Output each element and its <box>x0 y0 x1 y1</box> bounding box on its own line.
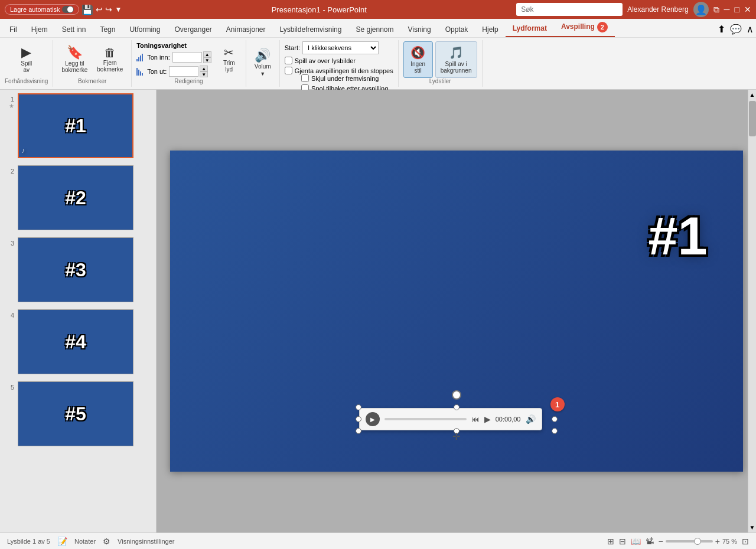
tab-avspilling[interactable]: Avspilling2 <box>554 18 615 37</box>
slide-item-1[interactable]: 1 ★ #1 ♪ <box>0 90 156 162</box>
tab-tegn[interactable]: Tegn <box>93 22 122 37</box>
cb-gjenta-input[interactable] <box>285 67 292 74</box>
visning-label[interactable]: Visningsinnstillinger <box>118 538 174 545</box>
restore-window-icon[interactable]: ⧉ <box>713 5 719 15</box>
svg-rect-0 <box>136 59 138 61</box>
ton-ut-down[interactable]: ▼ <box>200 71 208 77</box>
zoom-out-icon[interactable]: − <box>659 537 663 546</box>
slide-item-2[interactable]: 2 #2 <box>0 162 156 234</box>
tab-lysbildefremvisning[interactable]: Lysbildefremvisning <box>273 22 349 37</box>
tab-sett-inn[interactable]: Sett inn <box>55 22 93 37</box>
spill-av-button[interactable]: ▶ Spillav <box>15 44 38 76</box>
reading-view-icon[interactable]: 📖 <box>631 537 641 546</box>
slide-thumb-4[interactable]: #4 <box>18 309 133 374</box>
zoom-in-icon[interactable]: + <box>715 537 720 546</box>
cb-skjul-input[interactable] <box>301 74 309 82</box>
search-input[interactable] <box>516 3 623 16</box>
notes-label[interactable]: Notater <box>74 538 96 545</box>
tab-visning[interactable]: Visning <box>401 22 438 37</box>
slide-thumb-2[interactable]: #2 <box>18 165 133 230</box>
audio-volume-icon[interactable]: 🔊 <box>526 414 536 424</box>
ton-inn-value[interactable]: 00,00 <box>172 52 202 63</box>
notes-icon[interactable]: 📝 <box>57 537 67 546</box>
redo-icon[interactable]: ↪ <box>105 5 112 14</box>
zoom-slider[interactable] <box>666 540 713 543</box>
rotation-handle[interactable] <box>452 390 461 400</box>
tab-hjelp[interactable]: Hjelp <box>475 22 505 37</box>
slide-thumb-1[interactable]: #1 ♪ <box>18 93 133 158</box>
minimize-icon[interactable]: ─ <box>724 5 730 14</box>
cb-spill-over-input[interactable] <box>285 57 292 64</box>
normal-view-icon[interactable]: ⊞ <box>607 537 614 546</box>
handle-bl[interactable] <box>356 428 361 434</box>
comments-icon[interactable]: 💬 <box>728 21 744 37</box>
scroll-thumb[interactable] <box>749 101 756 136</box>
canvas-scrollbar[interactable]: ▲ ▼ <box>748 90 756 532</box>
maximize-icon[interactable]: □ <box>735 5 739 14</box>
visning-icon[interactable]: ⚙ <box>103 537 110 546</box>
bokmerker-label: Bokmerker <box>78 78 106 86</box>
fit-screen-icon[interactable]: ⊡ <box>742 537 749 546</box>
spill-bakgrunn-button[interactable]: 🎵 Spill av ibakgrunnen <box>435 41 477 78</box>
slide-thumb-3[interactable]: #3 <box>18 237 133 302</box>
quick-access-more[interactable]: ▼ <box>115 5 122 14</box>
audio-skip-back-icon[interactable]: ⏮ <box>471 414 480 424</box>
fjern-bokmerke-button[interactable]: 🗑 Fjernbokmerke <box>93 44 126 75</box>
tab-utforming[interactable]: Utforming <box>122 22 167 37</box>
audio-play-button[interactable]: ▶ <box>366 412 380 426</box>
save-icon[interactable]: 💾 <box>82 4 93 15</box>
ingen-stil-button[interactable]: 🔇 Ingenstil <box>403 41 433 78</box>
ton-inn-input[interactable]: 00,00 ▲ ▼ <box>172 51 211 63</box>
audio-object-container[interactable]: 1 ✛ ▶ ⏮ ▶ 00:00,00 🔊 <box>359 408 554 430</box>
slide-label-1: #1 <box>65 115 86 137</box>
scroll-down-arrow[interactable]: ▼ <box>748 522 756 532</box>
audio-progress-bar[interactable] <box>384 418 467 420</box>
scroll-up-arrow[interactable]: ▲ <box>748 90 756 100</box>
tab-hjem[interactable]: Hjem <box>24 22 55 37</box>
slide-canvas[interactable]: #1 1 ✛ ▶ <box>170 151 743 472</box>
autosave-knob[interactable] <box>62 6 74 13</box>
tab-opptak[interactable]: Opptak <box>438 22 475 37</box>
cb-skjul[interactable]: Skjul under fremvisning <box>301 74 388 82</box>
tab-overganger[interactable]: Overganger <box>167 22 219 37</box>
close-icon[interactable]: ✕ <box>744 5 751 14</box>
undo-icon[interactable]: ↩ <box>96 5 103 14</box>
slide-item-4[interactable]: 4 #4 <box>0 306 156 378</box>
ton-ut-up[interactable]: ▲ <box>200 66 208 71</box>
audio-badge: 1 <box>550 397 565 411</box>
legg-til-bokmerke-button[interactable]: 🔖 Legg tilbokmerke <box>58 44 91 76</box>
title-bar: Lagre automatisk 💾 ↩ ↪ ▼ Presentasjon1 -… <box>0 0 756 19</box>
slide-sorter-icon[interactable]: ⊟ <box>619 537 626 546</box>
slide-item-3[interactable]: 3 #3 <box>0 234 156 306</box>
handle-tc[interactable] <box>454 404 460 410</box>
autosave-toggle[interactable]: Lagre automatisk <box>5 4 79 15</box>
audio-play2-icon[interactable]: ▶ <box>484 414 491 424</box>
audio-player-bar[interactable]: ▶ ⏮ ▶ 00:00,00 🔊 <box>359 408 542 430</box>
trim-lyd-button[interactable]: ✂ Trimlyd <box>217 44 241 75</box>
cb-spill-over-lysbilder[interactable]: Spill av over lysbilder <box>285 57 356 64</box>
ton-ut-input[interactable]: 00,00 ▲ ▼ <box>169 66 208 77</box>
tab-fil[interactable]: Fil <box>2 22 24 37</box>
slide-item-5[interactable]: 5 #5 <box>0 378 156 450</box>
handle-ml[interactable] <box>356 416 361 422</box>
ton-inn-up[interactable]: ▲ <box>203 51 211 57</box>
start-select[interactable]: I klikkesekvens Automatisk På tvers av l… <box>302 41 379 54</box>
ribbon-collapse-icon[interactable]: ∧ <box>744 21 756 37</box>
zoom-thumb[interactable] <box>694 538 701 545</box>
slideshow-icon[interactable]: 📽 <box>646 537 654 546</box>
handle-tl[interactable] <box>356 404 361 410</box>
handle-br[interactable] <box>552 428 558 434</box>
share-icon[interactable]: ⬆ <box>715 21 728 37</box>
zoom-level[interactable]: 75 % <box>722 538 737 545</box>
tab-animasjoner[interactable]: Animasjoner <box>219 22 273 37</box>
volum-button[interactable]: 🔊 Volum ▼ <box>251 47 275 79</box>
handle-mr[interactable] <box>552 416 558 422</box>
slide-thumb-5[interactable]: #5 <box>18 381 133 446</box>
tab-lydformat[interactable]: Lydformat <box>506 21 554 37</box>
ton-inn-down[interactable]: ▼ <box>203 57 211 63</box>
tab-se-gjennom[interactable]: Se gjennom <box>348 22 400 37</box>
cb-gjenta[interactable]: Gjenta avspillingen til den stoppes <box>285 67 393 74</box>
slide-canvas-title: #1 <box>648 210 707 263</box>
volum-chevron[interactable]: ▼ <box>260 71 265 77</box>
ton-ut-value[interactable]: 00,00 <box>169 66 198 77</box>
